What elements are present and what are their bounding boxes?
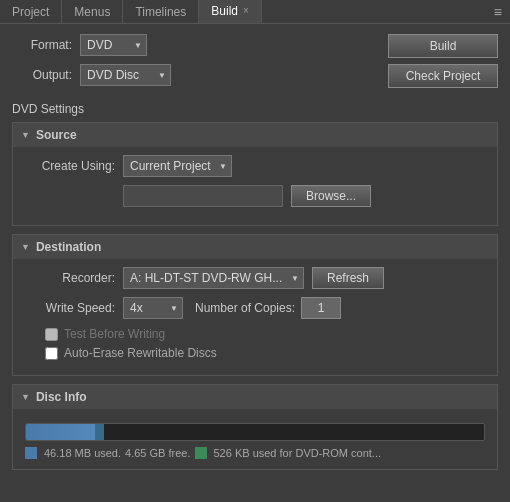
create-using-row: Create Using: Current Project DVD Folder [25,155,485,177]
auto-erase-row: Auto-Erase Rewritable Discs [25,346,485,360]
write-speed-label: Write Speed: [25,301,115,315]
destination-arrow-icon: ▼ [21,242,30,252]
tab-menus-label: Menus [74,5,110,19]
source-panel-title: Source [36,128,77,142]
format-row: Format: DVD Blu-ray [12,34,378,56]
source-arrow-icon: ▼ [21,130,30,140]
destination-panel-title: Destination [36,240,101,254]
disc-info-panel: ▼ Disc Info 46.18 MB used. 4.65 GB free.… [12,384,498,470]
disc-free-gb: 4.65 GB free. [125,447,190,459]
build-button[interactable]: Build [388,34,498,58]
refresh-button[interactable]: Refresh [312,267,384,289]
create-using-label: Create Using: [25,159,115,173]
disc-info-rom-bar [95,424,104,440]
disc-info-panel-body: 46.18 MB used. 4.65 GB free. 526 KB used… [13,409,497,469]
tab-bar: Project Menus Timelines Build × ≡ [0,0,510,24]
disc-info-used-bar [26,424,95,440]
format-label: Format: [12,38,72,52]
output-select-wrapper: DVD Disc DVD Folder DVD Image [80,64,171,86]
tab-menu-icon[interactable]: ≡ [486,0,510,24]
write-speed-select-wrapper: 4x 2x 8x [123,297,183,319]
disc-info-panel-title: Disc Info [36,390,87,404]
recorder-select-wrapper: A: HL-DT-ST DVD-RW GH... [123,267,304,289]
browse-row: Browse... [25,185,485,207]
tab-project-label: Project [12,5,49,19]
write-speed-row: Write Speed: 4x 2x 8x Number of Copies: [25,297,485,319]
disc-rom-used: 526 KB used for DVD-ROM cont... [214,447,382,459]
disc-info-bar [25,423,485,441]
format-select[interactable]: DVD Blu-ray [80,34,147,56]
copies-label: Number of Copies: [195,301,295,315]
source-panel: ▼ Source Create Using: Current Project D… [12,122,498,226]
test-before-writing-row: Test Before Writing [25,327,485,341]
rom-legend-icon [195,447,207,459]
recorder-select[interactable]: A: HL-DT-ST DVD-RW GH... [123,267,304,289]
browse-button[interactable]: Browse... [291,185,371,207]
source-panel-body: Create Using: Current Project DVD Folder… [13,147,497,225]
disc-info-text-row: 46.18 MB used. 4.65 GB free. 526 KB used… [25,447,485,459]
recorder-label: Recorder: [25,271,115,285]
format-select-wrapper: DVD Blu-ray [80,34,147,56]
auto-erase-checkbox[interactable] [45,347,58,360]
output-label: Output: [12,68,72,82]
used-legend-icon [25,447,37,459]
output-row: Output: DVD Disc DVD Folder DVD Image [12,64,378,86]
disc-info-panel-header[interactable]: ▼ Disc Info [13,385,497,409]
format-output-section: Format: DVD Blu-ray Output: DVD Disc DVD… [12,34,378,94]
test-before-writing-checkbox[interactable] [45,328,58,341]
tab-build-close[interactable]: × [243,5,249,16]
tab-project[interactable]: Project [0,0,62,23]
recorder-row: Recorder: A: HL-DT-ST DVD-RW GH... Refre… [25,267,485,289]
disc-used-mb: 46.18 MB used. [44,447,121,459]
build-buttons: Build Check Project [388,34,498,88]
write-speed-select[interactable]: 4x 2x 8x [123,297,183,319]
create-using-select-wrapper: Current Project DVD Folder [123,155,232,177]
dvd-settings-title: DVD Settings [12,102,498,116]
tab-build-label: Build [211,4,238,18]
tab-timelines-label: Timelines [135,5,186,19]
output-select[interactable]: DVD Disc DVD Folder DVD Image [80,64,171,86]
copies-input[interactable] [301,297,341,319]
destination-panel-header[interactable]: ▼ Destination [13,235,497,259]
destination-panel-body: Recorder: A: HL-DT-ST DVD-RW GH... Refre… [13,259,497,375]
top-section: Format: DVD Blu-ray Output: DVD Disc DVD… [12,34,498,94]
tab-menus[interactable]: Menus [62,0,123,23]
create-using-select[interactable]: Current Project DVD Folder [123,155,232,177]
check-project-button[interactable]: Check Project [388,64,498,88]
main-panel: Format: DVD Blu-ray Output: DVD Disc DVD… [0,24,510,502]
tab-timelines[interactable]: Timelines [123,0,199,23]
destination-panel: ▼ Destination Recorder: A: HL-DT-ST DVD-… [12,234,498,376]
source-path-input[interactable] [123,185,283,207]
source-panel-header[interactable]: ▼ Source [13,123,497,147]
test-before-writing-label: Test Before Writing [64,327,165,341]
auto-erase-label: Auto-Erase Rewritable Discs [64,346,217,360]
disc-info-arrow-icon: ▼ [21,392,30,402]
tab-build[interactable]: Build × [199,0,262,23]
